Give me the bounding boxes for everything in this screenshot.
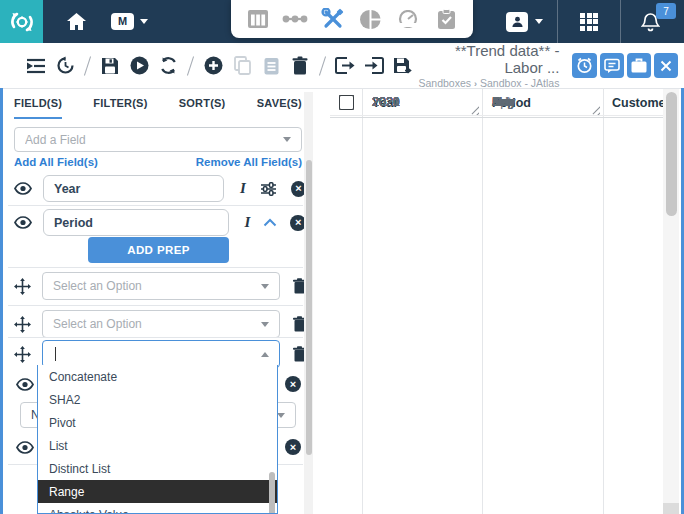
column-border (603, 88, 604, 514)
visibility-eye-icon[interactable] (14, 216, 32, 229)
flow-view-button[interactable] (282, 6, 308, 32)
panel-tab[interactable]: SAVE(S) (257, 97, 302, 119)
view-switch-toolbar (231, 0, 473, 38)
run-button[interactable] (129, 56, 149, 76)
toolbar-separator (319, 56, 326, 75)
visibility-eye-icon[interactable] (16, 441, 34, 454)
move-handle-icon[interactable] (14, 346, 31, 363)
dropdown-item[interactable]: Pivot (38, 411, 277, 434)
remove-field-button[interactable] (285, 376, 301, 392)
clipboard-check-icon (437, 9, 456, 30)
panel-tab[interactable]: SORT(S) (179, 97, 226, 119)
dropdown-item[interactable]: Distinct List (38, 457, 277, 480)
row-divider (8, 267, 303, 268)
select-placeholder: Select an Option (53, 279, 261, 293)
row-divider (8, 337, 303, 338)
select-placeholder: Select an Option (53, 317, 261, 331)
move-handle-icon[interactable] (14, 278, 31, 295)
linked-steps-icon (282, 14, 308, 24)
field-list-button[interactable] (26, 56, 46, 76)
refresh-button[interactable] (158, 56, 178, 76)
paste-button[interactable] (261, 56, 281, 76)
add-button[interactable] (203, 56, 223, 76)
package-button[interactable] (627, 53, 651, 78)
prep-option-select[interactable]: Select an Option (42, 272, 280, 300)
pie-chart-icon (360, 9, 381, 30)
close-icon (660, 60, 672, 72)
save-button[interactable] (100, 56, 120, 76)
apps-grid-button[interactable] (558, 13, 620, 31)
dropdown-item[interactable]: Concatenate (38, 365, 277, 388)
chart-view-button[interactable] (358, 6, 384, 32)
add-field-select[interactable]: Add a Field (14, 127, 302, 152)
prep-option-select[interactable]: Select an Option (42, 310, 280, 338)
prep-option-combobox[interactable] (42, 340, 280, 368)
remove-field-button[interactable] (285, 439, 301, 455)
delete-button[interactable] (290, 56, 310, 76)
export-button[interactable] (335, 56, 355, 76)
move-handle-icon[interactable] (14, 316, 31, 333)
comments-button[interactable] (600, 53, 624, 78)
field-name-input[interactable]: Period (43, 209, 229, 236)
row-checkbox[interactable] (339, 95, 354, 110)
caret-down-icon (261, 322, 269, 327)
breadcrumb-item[interactable]: Sandbox - JAtlas (480, 77, 559, 89)
home-button[interactable] (59, 13, 93, 30)
dropdown-item[interactable]: List (38, 434, 277, 457)
italic-format-icon[interactable]: I (245, 214, 251, 231)
notification-badge: 7 (656, 3, 676, 19)
chevron-down-icon (140, 19, 148, 24)
dashboard-view-button[interactable] (395, 6, 421, 32)
dropdown-item[interactable]: Range (38, 480, 277, 503)
sync-gear-icon (7, 7, 37, 37)
row-divider (8, 305, 303, 306)
remove-all-fields-link[interactable]: Remove All Field(s) (196, 156, 302, 168)
notifications-button[interactable]: 7 (621, 0, 684, 43)
italic-format-icon[interactable]: I (240, 180, 246, 197)
table-row: 2020 Oct (330, 88, 663, 116)
field-settings-icon[interactable] (260, 182, 277, 196)
report-view-button[interactable] (433, 6, 459, 32)
close-button[interactable] (654, 53, 678, 78)
field-name-input[interactable]: Year (43, 175, 224, 202)
chevron-down-icon (535, 19, 543, 24)
app-logo[interactable] (0, 0, 43, 43)
dropdown-item[interactable]: Absolute Value (38, 503, 277, 514)
workspace-menu[interactable]: M (111, 13, 148, 30)
period-cell: Oct (492, 88, 599, 116)
panel-tab[interactable]: FILTER(S) (93, 97, 147, 119)
prep-option-row: Select an Option (8, 310, 306, 338)
prep-function-dropdown: ConcatenateSHA2PivotListDistinct ListRan… (37, 365, 278, 514)
table-scrollbar-thumb[interactable] (666, 92, 677, 216)
import-button[interactable] (364, 56, 384, 76)
toolbar-separator (84, 56, 91, 75)
row-divider (8, 205, 303, 206)
dropdown-item[interactable]: SHA2 (38, 388, 277, 411)
breadcrumb-item[interactable]: Sandboxes (418, 77, 471, 89)
schedule-button[interactable] (572, 53, 596, 78)
user-menu[interactable] (492, 12, 557, 32)
save-icon (101, 57, 119, 75)
column-border (362, 88, 363, 514)
dropdown-scrollbar-thumb[interactable] (269, 472, 275, 514)
document-title: **Trend data** - Labor ... (413, 42, 559, 77)
collapse-chevron-icon[interactable] (263, 218, 277, 227)
table-view-button[interactable] (245, 6, 271, 32)
add-all-fields-link[interactable]: Add All Field(s) (14, 156, 98, 168)
user-icon (506, 12, 528, 32)
export-icon (335, 57, 355, 74)
paste-icon (264, 57, 279, 75)
import-icon (364, 57, 384, 74)
add-prep-button[interactable]: ADD PREP (88, 237, 229, 263)
copy-button[interactable] (232, 56, 252, 76)
visibility-eye-icon[interactable] (16, 378, 34, 391)
visibility-eye-icon[interactable] (14, 182, 32, 195)
scrollbar-corner (663, 503, 679, 514)
history-icon (56, 56, 75, 75)
panel-tab[interactable]: FIELD(S) (14, 97, 62, 119)
save-as-button[interactable] (393, 56, 413, 76)
history-button[interactable] (55, 56, 75, 76)
prep-tools-button[interactable] (320, 6, 346, 32)
panel-scrollbar-thumb[interactable] (306, 160, 312, 455)
play-icon (130, 56, 149, 75)
